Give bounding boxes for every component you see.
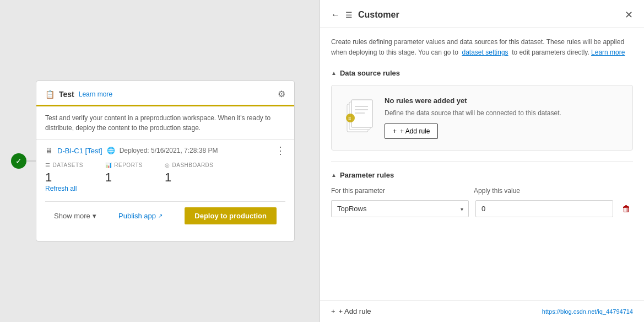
- left-panel: ✓ 📋 Test Learn more ⚙ Test and verify yo…: [0, 0, 320, 322]
- stats-row: ☰ DATASETS 1 Refresh all 📊 REPORTS 1 ◎: [45, 162, 285, 192]
- no-rules-box: ≡ No rules were added yet Define the dat…: [331, 85, 633, 151]
- add-data-source-rule-button[interactable]: + + Add rule: [385, 124, 438, 139]
- refresh-all-link[interactable]: Refresh all: [45, 185, 77, 192]
- dashboards-count: 1: [165, 170, 171, 185]
- close-button[interactable]: ✕: [625, 9, 633, 21]
- chevron-down-icon: ▾: [93, 212, 96, 220]
- close-icon: ✕: [625, 9, 633, 20]
- section-divider: [331, 162, 633, 162]
- no-rules-desc: Define the data source that will be conn…: [385, 108, 561, 118]
- settings-icon[interactable]: ⚙: [278, 89, 285, 99]
- dataset-context-menu[interactable]: ⋮: [275, 146, 285, 155]
- svg-rect-2: [351, 100, 372, 127]
- data-source-title: Data source rules: [340, 69, 400, 77]
- param-value-input[interactable]: [475, 200, 613, 217]
- param-select-wrapper: TopRows ▾: [331, 200, 469, 217]
- panel-title: Customer: [358, 10, 399, 20]
- plus-footer-icon: +: [331, 307, 335, 315]
- param-col-apply-label: Apply this value: [474, 187, 608, 195]
- learn-more-link[interactable]: Learn more: [79, 90, 112, 98]
- pipeline-card: 📋 Test Learn more ⚙ Test and verify your…: [36, 80, 295, 242]
- dataset-settings-link[interactable]: dataset settings: [462, 49, 508, 56]
- dataset-row: 🖥 D-BI-C1 [Test] 🌐 Deployed: 5/16/2021, …: [45, 146, 285, 155]
- datasets-icon: ☰: [45, 162, 51, 168]
- deployed-meta: Deployed: 5/16/2021, 7:28:38 PM: [120, 147, 218, 154]
- show-more-button[interactable]: Show more ▾: [54, 212, 96, 220]
- param-input-wrapper: [475, 200, 613, 217]
- add-param-rule-footer-button[interactable]: + + Add rule: [331, 307, 371, 315]
- param-table-header: For this parameter Apply this value: [331, 187, 633, 195]
- dataset-panel-icon: ☰: [345, 10, 353, 19]
- no-rules-title: No rules were added yet: [385, 96, 561, 105]
- learn-more-link-panel[interactable]: Learn more: [591, 49, 625, 56]
- card-footer: Show more ▾ Publish app ↗ Deploy to prod…: [45, 201, 285, 232]
- stat-reports: 📊 REPORTS 1: [105, 162, 143, 185]
- svg-text:≡: ≡: [348, 116, 351, 121]
- back-button[interactable]: ←: [331, 10, 340, 20]
- reports-icon: 📊: [105, 162, 112, 168]
- stat-datasets: ☰ DATASETS 1 Refresh all: [45, 162, 83, 192]
- pipeline-left-connector: ✓: [11, 153, 36, 169]
- dataset-icon: 🖥: [45, 146, 53, 155]
- no-rules-text: No rules were added yet Define the data …: [385, 96, 561, 139]
- no-rules-illustration: ≡: [343, 99, 376, 137]
- delete-param-rule-button[interactable]: 🗑: [620, 202, 633, 216]
- param-row: TopRows ▾ 🗑: [331, 200, 633, 217]
- panel-header-left: ← ☰ Customer: [331, 10, 399, 20]
- external-link-icon: ↗: [158, 213, 163, 219]
- deploy-to-production-button[interactable]: Deploy to production: [185, 207, 277, 224]
- publish-app-button[interactable]: Publish app ↗: [118, 212, 163, 220]
- param-section-header: ▲ Parameter rules: [331, 171, 633, 179]
- back-icon: ←: [331, 10, 340, 19]
- panel-header: ← ☰ Customer ✕: [320, 0, 644, 28]
- param-section-title: Parameter rules: [340, 171, 394, 179]
- dashboards-icon: ◎: [165, 162, 170, 168]
- param-collapse-icon[interactable]: ▲: [331, 172, 337, 178]
- param-col-for-label: For this parameter: [331, 187, 465, 195]
- panel-footer: + + Add rule https://blog.csdn.net/iq_44…: [320, 300, 644, 322]
- dataset-name[interactable]: D-BI-C1 [Test]: [57, 147, 102, 155]
- panel-description: Create rules defining parameter values a…: [331, 37, 633, 58]
- reports-count: 1: [105, 170, 112, 185]
- card-header-left: 📋 Test Learn more: [45, 90, 112, 99]
- plus-icon: +: [393, 127, 397, 135]
- stage-title: Test: [59, 90, 74, 99]
- footer-link[interactable]: https://blog.csdn.net/iq_44794714: [542, 308, 633, 315]
- trash-icon: 🗑: [622, 204, 631, 213]
- card-header: 📋 Test Learn more ⚙: [36, 81, 294, 106]
- network-icon: 🌐: [107, 147, 115, 154]
- dataset-section: 🖥 D-BI-C1 [Test] 🌐 Deployed: 5/16/2021, …: [36, 139, 294, 241]
- success-circle: ✓: [11, 153, 26, 169]
- param-select[interactable]: TopRows: [331, 200, 469, 217]
- stage-doc-icon: 📋: [45, 90, 55, 99]
- data-source-collapse-icon[interactable]: ▲: [331, 70, 337, 76]
- right-panel: ← ☰ Customer ✕ Create rules defining par…: [320, 0, 644, 322]
- data-source-section-header: ▲ Data source rules: [331, 69, 633, 77]
- stat-dashboards: ◎ DASHBOARDS 1: [165, 162, 214, 185]
- panel-content: Create rules defining parameter values a…: [320, 28, 644, 300]
- datasets-count: 1: [45, 170, 52, 185]
- card-description: Test and verify your content in a prepro…: [36, 106, 294, 139]
